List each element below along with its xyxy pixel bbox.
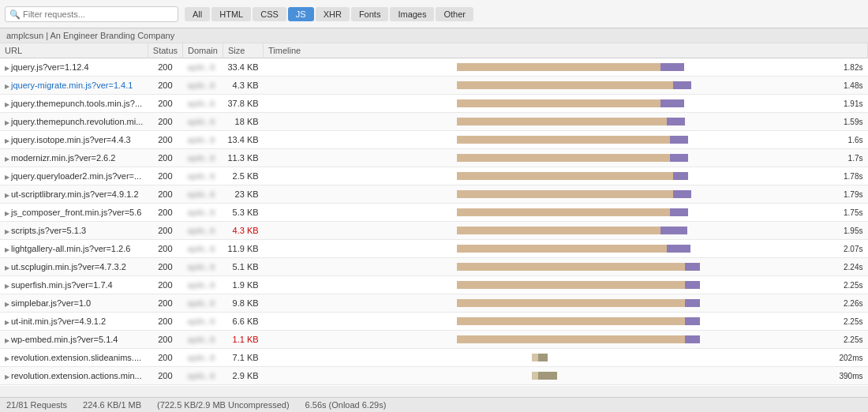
cell-domain: apilc..tt: [183, 331, 223, 349]
expand-icon[interactable]: ▶: [5, 337, 9, 344]
cell-url: ▶jquery-migrate.min.js?ver=1.4.1: [0, 77, 148, 95]
request-table: URL Status Domain Size Timeline ▶jquery.…: [0, 43, 868, 386]
cell-timeline: 1.6s: [264, 131, 868, 149]
table-row[interactable]: ▶revolution.extension.layeranimat...200a…: [0, 385, 868, 387]
expand-icon[interactable]: ▶: [5, 174, 9, 181]
expand-icon[interactable]: ▶: [5, 301, 9, 308]
filter-xhr[interactable]: XHR: [316, 7, 350, 21]
table-row[interactable]: ▶ut.scplugin.min.js?ver=4.7.3.2200apilc.…: [0, 258, 868, 276]
expand-icon[interactable]: ▶: [5, 283, 9, 290]
table-row[interactable]: ▶js_composer_front.min.js?ver=5.6200apil…: [0, 204, 868, 222]
cell-timeline: 2.24s: [264, 258, 868, 276]
expand-icon[interactable]: ▶: [5, 264, 9, 272]
expand-icon[interactable]: ▶: [5, 373, 9, 380]
timeline-label: 2.25s: [844, 335, 862, 344]
timeline-label: 1.82s: [844, 63, 862, 72]
status-size: 224.6 KB/1 MB: [83, 400, 141, 410]
expand-icon[interactable]: ▶: [5, 119, 9, 126]
cell-url: ▶ut.scplugin.min.js?ver=4.7.3.2: [0, 258, 148, 276]
cell-url: ▶js_composer_front.min.js?ver=5.6: [0, 204, 148, 222]
table-row[interactable]: ▶jquery-migrate.min.js?ver=1.4.1200apilc…: [0, 77, 868, 95]
expand-icon[interactable]: ▶: [5, 137, 9, 144]
cell-size: 4.3 KB: [223, 77, 263, 95]
expand-icon[interactable]: ▶: [5, 228, 9, 235]
table-header-row: URL Status Domain Size Timeline: [0, 43, 868, 58]
expand-icon[interactable]: ▶: [5, 101, 9, 108]
table-row[interactable]: ▶simplebar.js?ver=1.0200apilc..tt9.8 KB2…: [0, 294, 868, 313]
cell-url: ▶ut-scriptlibrary.min.js?ver=4.9.1.2: [0, 185, 148, 204]
expand-icon[interactable]: ▶: [5, 246, 9, 253]
cell-domain: apilc..tt: [183, 258, 223, 276]
timeline-label: 202ms: [839, 354, 862, 362]
url-text: simplebar.js?ver=1.0: [11, 298, 91, 308]
cell-domain: apilc..tt: [183, 385, 223, 387]
table-row[interactable]: ▶scripts.js?ver=5.1.3200apilc..tt4.3 KB1…: [0, 222, 868, 240]
cell-status: 200: [148, 77, 182, 95]
expand-icon[interactable]: ▶: [5, 192, 9, 199]
col-header-status[interactable]: Status: [148, 43, 182, 58]
url-text: wp-embed.min.js?ver=5.1.4: [11, 335, 118, 344]
col-header-domain[interactable]: Domain: [183, 43, 223, 58]
cell-timeline: 1.91s: [264, 95, 868, 113]
cell-domain: apilc..tt: [183, 167, 223, 185]
cell-size: 6.6 KB: [223, 313, 263, 331]
url-text: jquery.js?ver=1.12.4: [11, 62, 89, 72]
expand-icon[interactable]: ▶: [5, 355, 9, 362]
cell-url: ▶superfish.min.js?ver=1.7.4: [0, 276, 148, 294]
cell-url: ▶jquery.js?ver=1.12.4: [0, 58, 148, 77]
table-row[interactable]: ▶jquery.themepunch.tools.min.js?...200ap…: [0, 95, 868, 113]
status-time: 6.56s (Onload 6.29s): [305, 400, 387, 410]
expand-icon[interactable]: ▶: [5, 210, 9, 217]
cell-url: ▶revolution.extension.actions.min...: [0, 367, 148, 385]
col-header-timeline[interactable]: Timeline: [264, 43, 868, 58]
expand-icon[interactable]: ▶: [5, 65, 9, 72]
timeline-label: 1.7s: [848, 154, 863, 163]
cell-domain: apilc..tt: [183, 58, 223, 77]
col-header-size[interactable]: Size: [223, 43, 263, 58]
filter-css[interactable]: CSS: [253, 7, 286, 21]
expand-icon[interactable]: ▶: [5, 319, 9, 326]
table-row[interactable]: ▶jquery.queryloader2.min.js?ver=...200ap…: [0, 167, 868, 185]
timeline-label: 2.25s: [844, 281, 862, 290]
expand-icon[interactable]: ▶: [5, 155, 9, 163]
table-row[interactable]: ▶jquery.isotope.min.js?ver=4.4.3200apilc…: [0, 131, 868, 149]
cell-url: ▶ut-init.min.js?ver=4.9.1.2: [0, 313, 148, 331]
table-row[interactable]: ▶jquery.js?ver=1.12.4200apilc..tt33.4 KB…: [0, 58, 868, 77]
filter-images[interactable]: Images: [390, 7, 434, 21]
top-bar: 🔍 All HTML CSS JS XHR Fonts Images Other: [0, 0, 868, 28]
table-row[interactable]: ▶revolution.extension.slideanims....200a…: [0, 349, 868, 367]
filter-fonts[interactable]: Fonts: [351, 7, 389, 21]
table-row[interactable]: ▶ut-scriptlibrary.min.js?ver=4.9.1.2200a…: [0, 185, 868, 204]
cell-size: 37.8 KB: [223, 95, 263, 113]
cell-size: 4.3 KB: [223, 222, 263, 240]
table-row[interactable]: ▶jquery.themepunch.revolution.mi...200ap…: [0, 113, 868, 131]
col-header-url[interactable]: URL: [0, 43, 148, 58]
table-row[interactable]: ▶lightgallery-all.min.js?ver=1.2.6200api…: [0, 240, 868, 258]
cell-status: 200: [148, 385, 182, 387]
table-container[interactable]: URL Status Domain Size Timeline ▶jquery.…: [0, 43, 868, 386]
cell-domain: apilc..tt: [183, 149, 223, 167]
cell-url: ▶revolution.extension.slideanims....: [0, 349, 148, 367]
filter-js[interactable]: JS: [288, 7, 314, 21]
filter-all[interactable]: All: [185, 7, 210, 21]
cell-domain: apilc..tt: [183, 204, 223, 222]
cell-url: ▶jquery.queryloader2.min.js?ver=...: [0, 167, 148, 185]
table-row[interactable]: ▶revolution.extension.actions.min...200a…: [0, 367, 868, 385]
url-text: jquery.themepunch.tools.min.js?...: [11, 99, 142, 108]
filter-input[interactable]: [5, 6, 178, 22]
table-row[interactable]: ▶modernizr.min.js?ver=2.6.2200apilc..tt1…: [0, 149, 868, 167]
table-row[interactable]: ▶ut-init.min.js?ver=4.9.1.2200apilc..tt6…: [0, 313, 868, 331]
timeline-label: 1.59s: [844, 118, 862, 126]
filter-html[interactable]: HTML: [211, 7, 251, 21]
expand-icon[interactable]: ▶: [5, 83, 9, 90]
cell-status: 200: [148, 276, 182, 294]
table-row[interactable]: ▶wp-embed.min.js?ver=5.1.4200apilc..tt1.…: [0, 331, 868, 349]
url-text: jquery.queryloader2.min.js?ver=...: [11, 171, 141, 181]
cell-timeline: 390ms: [264, 367, 868, 385]
table-row[interactable]: ▶superfish.min.js?ver=1.7.4200apilc..tt1…: [0, 276, 868, 294]
url-text: jquery-migrate.min.js?ver=1.4.1: [11, 81, 133, 90]
filter-other[interactable]: Other: [436, 7, 473, 21]
cell-domain: apilc..tt: [183, 131, 223, 149]
cell-timeline: 1.48s: [264, 77, 868, 95]
table-body: ▶jquery.js?ver=1.12.4200apilc..tt33.4 KB…: [0, 58, 868, 387]
